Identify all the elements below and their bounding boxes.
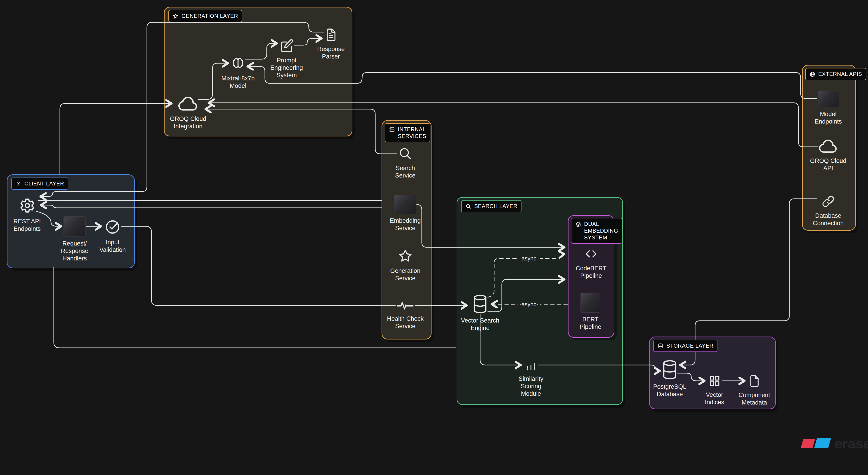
storage-layer-title: STORAGE LAYER — [666, 342, 713, 349]
node-response-parser[interactable]: Response Parser — [302, 27, 360, 60]
generation-layer-chip: GENERATION LAYER — [168, 10, 242, 22]
star-icon — [397, 248, 413, 264]
diagram-canvas: GENERATION LAYER CLIENT LAYER INTERNAL S… — [0, 0, 868, 475]
internal-services-title: INTERNAL SERVICES — [398, 126, 426, 140]
async-label-bottom: -async- — [518, 301, 540, 308]
node-label: Search Service — [395, 164, 415, 179]
eraser-logo: eraser — [802, 436, 868, 451]
logo-blue-shape — [814, 438, 831, 448]
person-icon — [16, 181, 22, 187]
node-vector-search-engine[interactable]: Vector Search Engine — [451, 294, 509, 332]
check-circle-icon — [103, 217, 122, 236]
signal-bars-icon — [524, 358, 538, 372]
node-bert-pipeline[interactable]: BERT Pipeline — [561, 293, 620, 331]
node-generation-service[interactable]: Generation Service — [376, 248, 435, 282]
magnifier-icon — [398, 146, 413, 161]
external-apis-title: EXTERNAL APIS — [818, 71, 862, 77]
dual-embedding-chip: DUAL EMBEDDING SYSTEM — [571, 218, 622, 244]
gear-icon — [18, 197, 36, 214]
internal-services-chip: INTERNAL SERVICES — [385, 123, 430, 142]
external-apis-chip: EXTERNAL APIS — [805, 68, 866, 80]
node-label: Vector Search Engine — [461, 317, 499, 332]
node-search-service[interactable]: Search Service — [376, 146, 435, 179]
grid-icon — [707, 374, 722, 388]
node-groq-cloud-integration[interactable]: GROQ Cloud Integration — [159, 97, 217, 130]
node-model-endpoints[interactable]: Model Endpoints — [799, 91, 858, 125]
node-groq-cloud-api[interactable]: GROQ Cloud API — [799, 140, 858, 172]
pencil-square-icon — [279, 38, 294, 54]
database-cylinder-icon — [473, 294, 487, 314]
image-placeholder — [817, 91, 839, 107]
search-layer-title: SEARCH LAYER — [474, 203, 518, 210]
node-label: CodeBERT Pipeline — [576, 265, 607, 280]
node-label: PostgreSQL Database — [653, 383, 686, 398]
edge-model_endpoints-mixtral_model — [248, 66, 817, 99]
edge-search_service-groq_cloud_integration — [206, 109, 397, 154]
client-layer-chip: CLIENT LAYER — [11, 177, 68, 190]
node-label: Similarity Scoring Module — [519, 375, 544, 398]
node-similarity-scoring[interactable]: Similarity Scoring Module — [502, 358, 560, 398]
edge-rest_api-groq_cloud_integration — [60, 103, 171, 174]
node-label: Vector Indices — [705, 391, 724, 406]
eraser-logo-mark — [802, 439, 830, 448]
cloud-icon — [178, 97, 198, 112]
cloud-icon — [818, 140, 838, 154]
logo-red-shape — [801, 439, 815, 448]
brain-icon — [230, 56, 246, 72]
node-label: Input Validation — [99, 239, 126, 253]
image-placeholder — [64, 216, 86, 237]
search-layer-chip: SEARCH LAYER — [461, 200, 522, 212]
database-icon — [657, 343, 664, 349]
document-icon — [323, 27, 338, 42]
node-label: Response Parser — [317, 45, 345, 60]
dual-embedding-title: DUAL EMBEDDING SYSTEM — [584, 221, 618, 241]
edge-internal_services-rest_api — [41, 205, 381, 208]
node-label: Embedding Service — [390, 217, 421, 232]
heartbeat-icon — [396, 299, 415, 312]
node-embedding-service[interactable]: Embedding Service — [376, 195, 435, 232]
node-codebert-pipeline[interactable]: CodeBERT Pipeline — [562, 246, 620, 280]
async-label-top: -async- — [518, 255, 540, 262]
node-database-connection[interactable]: Database Connection — [799, 194, 858, 227]
layers-icon — [575, 221, 581, 228]
node-input-validation[interactable]: Input Validation — [83, 217, 142, 253]
node-label: Prompt Engineering System — [270, 57, 303, 79]
database-cylinder-icon — [662, 360, 677, 380]
node-component-metadata[interactable]: Component Metadata — [725, 374, 784, 406]
server-icon — [389, 127, 395, 133]
node-label: Health Check Service — [387, 315, 424, 330]
node-label: Generation Service — [390, 267, 421, 282]
magnifier-icon — [465, 203, 471, 210]
generation-layer-title: GENERATION LAYER — [182, 13, 238, 20]
node-label: Database Connection — [813, 212, 844, 227]
image-placeholder — [394, 195, 416, 214]
star-icon — [173, 13, 179, 20]
node-label: Mixtral-8x7b Model — [221, 75, 254, 90]
eraser-wordmark: eraser — [835, 436, 868, 451]
client-layer-title: CLIENT LAYER — [24, 180, 64, 187]
node-label: BERT Pipeline — [580, 316, 601, 331]
storage-layer-chip: STORAGE LAYER — [653, 340, 717, 352]
file-icon — [747, 374, 761, 388]
globe-icon — [809, 71, 815, 77]
code-brackets-icon — [583, 246, 599, 262]
node-label: Model Endpoints — [815, 110, 842, 125]
node-health-check-service[interactable]: Health Check Service — [376, 299, 435, 330]
node-label: GROQ Cloud API — [810, 157, 846, 172]
image-placeholder — [581, 293, 600, 313]
node-label: Component Metadata — [739, 392, 770, 406]
chain-link-icon — [821, 194, 836, 209]
node-label: GROQ Cloud Integration — [170, 115, 206, 130]
node-label: REST API Endpoints — [13, 218, 41, 233]
